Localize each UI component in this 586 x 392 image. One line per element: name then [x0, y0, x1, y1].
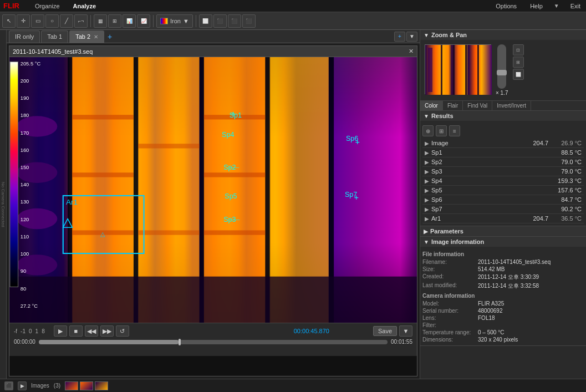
progress-track[interactable] — [39, 340, 388, 344]
svg-text:△: △ — [100, 231, 105, 237]
bar-graph-tool[interactable]: 📊 — [123, 14, 136, 28]
status-record-icon: ⬛ — [4, 381, 13, 390]
palette-selector[interactable]: Iron ▼ — [156, 14, 193, 28]
results-section: ▼ Results ⊕ ⊞ ≡ ▶ Image 204.7 26.9 °C ▶ — [420, 111, 586, 226]
result-sp5-row[interactable]: ▶ Sp5 157.6 °C — [422, 186, 584, 195]
pan-center-icon[interactable]: ⊞ — [513, 57, 524, 68]
dimensions-row: Dimensions: 320 x 240 pixels — [422, 336, 584, 343]
playback-bar: -f -1 0 1 8 ▶ ■ ◀◀ ▶▶ ↺ 00:00:45.870 Sav… — [9, 323, 417, 356]
modified-label: Last modified: — [422, 282, 478, 290]
rotate-tool[interactable]: ⬜ — [199, 14, 212, 28]
result-options-tool[interactable]: ≡ — [449, 125, 460, 136]
save-options-button[interactable]: ▼ — [399, 325, 412, 337]
move-tool[interactable]: ✛ — [17, 14, 30, 28]
status-play-button[interactable]: ▶ — [18, 381, 27, 390]
loop-button[interactable]: ↺ — [116, 325, 129, 337]
flipv-tool[interactable]: ⬛ — [228, 14, 241, 28]
menu-options[interactable]: Options — [493, 3, 519, 9]
image-window: 2011-10-14T1405_test#3.seq ✕ — [9, 45, 417, 376]
image-info-content: File information Filename: 2011-10-14T14… — [420, 247, 586, 345]
thermal-container[interactable]: Ar1 △ Sp1 + Sp4 Sp2 —— Sp5 Sp3 —— — [9, 57, 417, 323]
cursor-tool[interactable]: ↖ — [2, 14, 16, 28]
rect-tool[interactable]: ▭ — [31, 14, 44, 28]
zoom-slider[interactable] — [497, 44, 506, 89]
result-sp3-name: Sp3 — [431, 168, 548, 175]
fliph-tool[interactable]: ⬛ — [213, 14, 227, 28]
svg-text:150: 150 — [21, 165, 29, 170]
zoom-pan-header[interactable]: ▼ Zoom & Pan — [420, 30, 586, 40]
frame-1: 1 — [35, 328, 39, 334]
lens-row: Lens: FOL18 — [422, 314, 584, 322]
image-close-button[interactable]: ✕ — [409, 48, 414, 55]
ptab-findval[interactable]: Find Val — [463, 101, 492, 110]
ptab-invert[interactable]: Invert/Invert — [492, 101, 531, 110]
pan-full-icon[interactable]: ⬜ — [513, 69, 524, 80]
svg-rect-12 — [72, 115, 133, 119]
spot-tool[interactable]: ▦ — [94, 14, 107, 28]
parameters-title: Parameters — [430, 228, 463, 235]
svg-text:80: 80 — [21, 286, 26, 292]
result-sp1-row[interactable]: ▶ Sp1 88.5 °C — [422, 148, 584, 157]
result-range-tool[interactable]: ⊞ — [436, 125, 447, 136]
progress-bar-container: 00:00:00 00:01:55 — [14, 339, 412, 345]
prev-button[interactable]: ◀◀ — [85, 325, 98, 337]
tab-options-icon[interactable]: ▼ — [406, 32, 417, 42]
thumb-3[interactable] — [95, 381, 108, 390]
frame-minus-f: -f — [14, 328, 17, 334]
result-sp4-name: Sp4 — [431, 177, 548, 184]
save-button[interactable]: Save — [373, 326, 397, 336]
play-button[interactable]: ▶ — [54, 325, 67, 337]
svg-text:160: 160 — [21, 147, 29, 153]
menu-organize[interactable]: Organize — [33, 3, 62, 9]
parameters-header[interactable]: ▶ Parameters — [420, 226, 586, 236]
result-sp5-name: Sp5 — [431, 187, 548, 194]
line-tool[interactable]: ╱ — [60, 14, 73, 28]
tab-2[interactable]: Tab 2 ✕ — [69, 30, 104, 43]
resize-tool[interactable]: ⬛ — [242, 14, 256, 28]
result-image-row[interactable]: ▶ Image 204.7 26.9 °C — [422, 139, 584, 148]
result-sp3-row[interactable]: ▶ Sp3 79.0 °C — [422, 167, 584, 176]
multi-tool[interactable]: ⊞ — [108, 14, 121, 28]
ptab-color[interactable]: Color — [420, 101, 443, 110]
tab-1[interactable]: Tab 1 — [41, 30, 68, 43]
result-sp4-row[interactable]: ▶ Sp4 159.3 °C — [422, 176, 584, 186]
tab-ir-only[interactable]: IR only — [9, 30, 40, 43]
menu-exit[interactable]: Exit — [568, 3, 583, 9]
svg-rect-15 — [138, 144, 199, 148]
result-sp1-val: 88.5 °C — [548, 149, 582, 156]
progress-thumb[interactable] — [179, 339, 181, 345]
plot-tool[interactable]: 📈 — [137, 14, 150, 28]
results-content: ⊕ ⊞ ≡ ▶ Image 204.7 26.9 °C ▶ Sp1 88.5 °… — [420, 121, 586, 226]
menu-help[interactable]: Help — [528, 3, 545, 9]
pan-fit-icon[interactable]: ⊡ — [513, 44, 524, 55]
results-header[interactable]: ▼ Results — [420, 111, 586, 121]
image-title-bar: 2011-10-14T1405_test#3.seq ✕ — [9, 46, 417, 57]
ellipse-tool[interactable]: ○ — [45, 14, 59, 28]
zoom-pan-section: ▼ Zoom & Pan — [420, 30, 586, 101]
svg-rect-18 — [204, 172, 265, 177]
minimap[interactable] — [425, 44, 491, 94]
result-ar1-row[interactable]: ▶ Ar1 204.7 36.5 °C — [422, 214, 584, 223]
menu-analyze[interactable]: Analyze — [71, 3, 99, 9]
ptab-flair[interactable]: Flair — [443, 101, 463, 110]
time-end: 00:01:55 — [391, 339, 412, 345]
palette-label: Iron — [170, 18, 181, 24]
result-sp2-row[interactable]: ▶ Sp2 79.0 °C — [422, 157, 584, 167]
poly-tool[interactable]: ⌐¬ — [74, 14, 88, 28]
stop-button[interactable]: ■ — [69, 325, 83, 337]
next-button[interactable]: ▶▶ — [100, 325, 114, 337]
tabs-add-button[interactable]: + — [108, 32, 112, 41]
result-sp6-row[interactable]: ▶ Sp6 84.7 °C — [422, 195, 584, 205]
result-sp7-row[interactable]: ▶ Sp7 90.2 °C — [422, 205, 584, 214]
thumb-2[interactable] — [80, 381, 93, 390]
zoom-thumb[interactable] — [497, 70, 507, 75]
thumb-1[interactable] — [65, 381, 78, 390]
tab-2-close[interactable]: ✕ — [94, 34, 98, 40]
tab-add-icon[interactable]: + — [394, 32, 405, 42]
lens-value: FOL18 — [478, 315, 584, 321]
image-info-header[interactable]: ▼ Image information — [420, 237, 586, 247]
size-value: 514.42 MB — [478, 266, 584, 272]
result-spot-tool[interactable]: ⊕ — [422, 125, 434, 136]
pan-row-bottom: ⬜ — [513, 69, 524, 80]
created-row: Created: 2011-12-14 오후 3:30:39 — [422, 273, 584, 282]
